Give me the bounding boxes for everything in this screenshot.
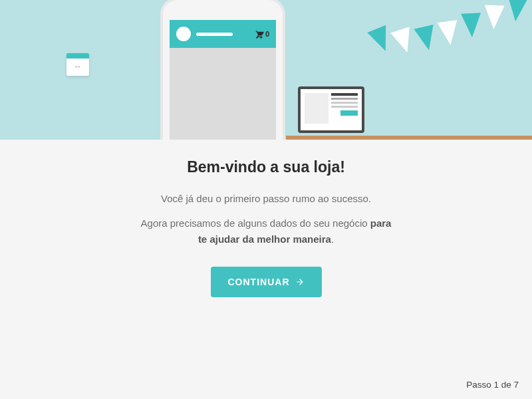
laptop-illustration — [291, 86, 371, 140]
cart-count: 0 — [265, 30, 269, 38]
phone-header: 0 — [170, 20, 276, 48]
step-indicator: Passo 1 de 7 — [466, 380, 519, 390]
subtitle-text: Você já deu o primeiro passo rumo ao suc… — [146, 191, 386, 206]
calendar-chip: -- — [66, 53, 89, 76]
body-suffix: . — [331, 233, 334, 245]
body-text: Agora precisamos de alguns dados do seu … — [140, 215, 392, 247]
cart-icon: 0 — [254, 29, 269, 39]
continue-button-label: CONTINUAR — [228, 277, 290, 287]
body-prefix: Agora precisamos de alguns dados do seu … — [141, 217, 370, 229]
title-placeholder — [196, 33, 233, 36]
phone-body — [170, 48, 276, 140]
calendar-label: -- — [66, 63, 89, 70]
phone-mockup: 0 — [163, 0, 283, 140]
onboarding-content: Bem-vindo a sua loja! Você já deu o prim… — [0, 140, 532, 297]
bunting-flags — [352, 0, 532, 80]
avatar-icon — [176, 27, 191, 41]
page-title: Bem-vindo a sua loja! — [27, 158, 505, 176]
hero-illustration: -- 0 — [0, 0, 532, 140]
continue-button[interactable]: CONTINUAR — [211, 267, 322, 297]
arrow-right-icon — [295, 277, 305, 287]
